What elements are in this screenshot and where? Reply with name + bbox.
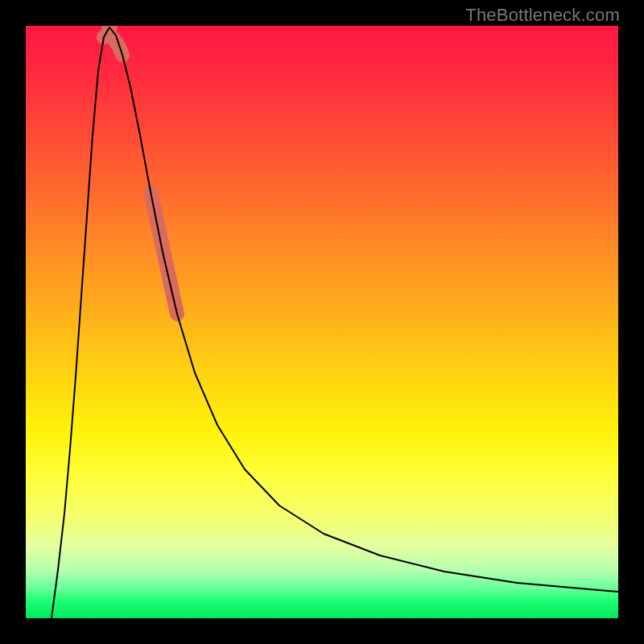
overlay-layer	[101, 26, 177, 314]
chart-frame: TheBottleneck.com	[0, 0, 644, 644]
plot-area	[26, 26, 618, 618]
chart-svg	[26, 26, 618, 618]
watermark-text: TheBottleneck.com	[465, 5, 620, 26]
bottleneck-curve	[52, 27, 618, 618]
